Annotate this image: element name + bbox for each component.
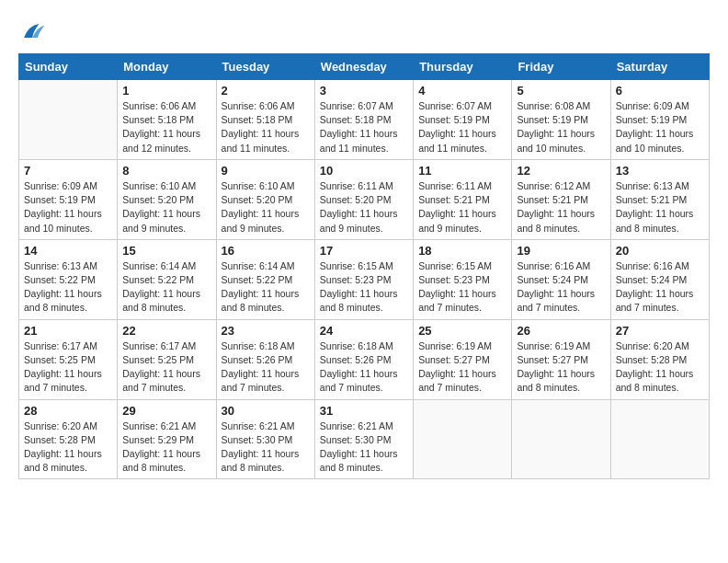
- day-number: 13: [616, 164, 704, 178]
- day-info: Sunrise: 6:13 AMSunset: 5:21 PMDaylight:…: [616, 179, 704, 236]
- calendar-header-row: SundayMondayTuesdayWednesdayThursdayFrid…: [19, 54, 710, 80]
- calendar-cell: 25Sunrise: 6:19 AMSunset: 5:27 PMDayligh…: [414, 319, 512, 399]
- day-info: Sunrise: 6:15 AMSunset: 5:23 PMDaylight:…: [418, 259, 506, 316]
- calendar-cell: 10Sunrise: 6:11 AMSunset: 5:20 PMDayligh…: [314, 159, 413, 239]
- logo-bird-icon: [18, 18, 46, 46]
- calendar-cell: 2Sunrise: 6:06 AMSunset: 5:18 PMDaylight…: [216, 80, 314, 160]
- calendar-cell: 31Sunrise: 6:21 AMSunset: 5:30 PMDayligh…: [314, 399, 413, 479]
- day-number: 2: [222, 84, 310, 98]
- day-info: Sunrise: 6:13 AMSunset: 5:22 PMDaylight:…: [24, 259, 112, 316]
- day-info: Sunrise: 6:21 AMSunset: 5:30 PMDaylight:…: [222, 419, 310, 476]
- day-info: Sunrise: 6:06 AMSunset: 5:18 PMDaylight:…: [122, 99, 210, 155]
- day-info: Sunrise: 6:19 AMSunset: 5:27 PMDaylight:…: [517, 339, 605, 396]
- calendar-cell: [610, 399, 709, 479]
- day-info: Sunrise: 6:14 AMSunset: 5:22 PMDaylight:…: [222, 259, 310, 316]
- day-number: 28: [24, 404, 112, 418]
- calendar-cell: 8Sunrise: 6:10 AMSunset: 5:20 PMDaylight…: [118, 159, 216, 239]
- calendar-cell: 12Sunrise: 6:12 AMSunset: 5:21 PMDayligh…: [512, 159, 610, 239]
- calendar-cell: 30Sunrise: 6:21 AMSunset: 5:30 PMDayligh…: [216, 399, 314, 479]
- day-number: 30: [222, 404, 310, 418]
- calendar-cell: 27Sunrise: 6:20 AMSunset: 5:28 PMDayligh…: [610, 319, 709, 399]
- day-number: 20: [616, 244, 704, 258]
- calendar-table: SundayMondayTuesdayWednesdayThursdayFrid…: [18, 53, 710, 479]
- day-number: 5: [517, 84, 605, 98]
- day-number: 21: [24, 324, 112, 338]
- day-number: 15: [122, 244, 210, 258]
- day-info: Sunrise: 6:20 AMSunset: 5:28 PMDaylight:…: [616, 339, 704, 396]
- calendar-cell: 16Sunrise: 6:14 AMSunset: 5:22 PMDayligh…: [216, 239, 314, 319]
- day-number: 29: [122, 404, 210, 418]
- day-number: 7: [24, 164, 112, 178]
- calendar-week-row: 1Sunrise: 6:06 AMSunset: 5:18 PMDaylight…: [19, 80, 710, 160]
- day-number: 26: [517, 324, 605, 338]
- day-number: 4: [418, 84, 506, 98]
- logo: [18, 18, 50, 46]
- day-info: Sunrise: 6:21 AMSunset: 5:30 PMDaylight:…: [320, 419, 408, 476]
- day-number: 16: [222, 244, 310, 258]
- day-info: Sunrise: 6:07 AMSunset: 5:19 PMDaylight:…: [418, 99, 506, 155]
- day-number: 25: [418, 324, 506, 338]
- day-info: Sunrise: 6:15 AMSunset: 5:23 PMDaylight:…: [320, 259, 408, 316]
- weekday-header-tuesday: Tuesday: [216, 54, 314, 80]
- calendar-cell: 14Sunrise: 6:13 AMSunset: 5:22 PMDayligh…: [19, 239, 118, 319]
- day-info: Sunrise: 6:20 AMSunset: 5:28 PMDaylight:…: [24, 419, 112, 476]
- day-number: 12: [517, 164, 605, 178]
- calendar-week-row: 28Sunrise: 6:20 AMSunset: 5:28 PMDayligh…: [19, 399, 710, 479]
- day-number: 10: [320, 164, 408, 178]
- day-info: Sunrise: 6:10 AMSunset: 5:20 PMDaylight:…: [222, 179, 310, 236]
- calendar-cell: [414, 399, 512, 479]
- day-info: Sunrise: 6:21 AMSunset: 5:29 PMDaylight:…: [122, 419, 210, 476]
- calendar-cell: 24Sunrise: 6:18 AMSunset: 5:26 PMDayligh…: [314, 319, 413, 399]
- weekday-header-saturday: Saturday: [610, 54, 709, 80]
- calendar-cell: 5Sunrise: 6:08 AMSunset: 5:19 PMDaylight…: [512, 80, 610, 160]
- calendar-cell: 7Sunrise: 6:09 AMSunset: 5:19 PMDaylight…: [19, 159, 118, 239]
- calendar-cell: 11Sunrise: 6:11 AMSunset: 5:21 PMDayligh…: [414, 159, 512, 239]
- day-info: Sunrise: 6:18 AMSunset: 5:26 PMDaylight:…: [320, 339, 408, 396]
- day-number: 8: [122, 164, 210, 178]
- day-info: Sunrise: 6:10 AMSunset: 5:20 PMDaylight:…: [122, 179, 210, 236]
- day-info: Sunrise: 6:16 AMSunset: 5:24 PMDaylight:…: [616, 259, 704, 316]
- day-info: Sunrise: 6:08 AMSunset: 5:19 PMDaylight:…: [517, 99, 605, 155]
- day-number: 23: [222, 324, 310, 338]
- weekday-header-thursday: Thursday: [414, 54, 512, 80]
- calendar-cell: [19, 80, 118, 160]
- day-info: Sunrise: 6:06 AMSunset: 5:18 PMDaylight:…: [222, 99, 310, 155]
- day-info: Sunrise: 6:17 AMSunset: 5:25 PMDaylight:…: [24, 339, 112, 396]
- weekday-header-friday: Friday: [512, 54, 610, 80]
- calendar-week-row: 14Sunrise: 6:13 AMSunset: 5:22 PMDayligh…: [19, 239, 710, 319]
- day-info: Sunrise: 6:18 AMSunset: 5:26 PMDaylight:…: [222, 339, 310, 396]
- calendar-cell: 28Sunrise: 6:20 AMSunset: 5:28 PMDayligh…: [19, 399, 118, 479]
- day-number: 6: [616, 84, 704, 98]
- day-info: Sunrise: 6:09 AMSunset: 5:19 PMDaylight:…: [24, 179, 112, 236]
- day-number: 19: [517, 244, 605, 258]
- calendar-cell: 9Sunrise: 6:10 AMSunset: 5:20 PMDaylight…: [216, 159, 314, 239]
- day-info: Sunrise: 6:09 AMSunset: 5:19 PMDaylight:…: [616, 99, 704, 155]
- day-number: 11: [418, 164, 506, 178]
- calendar-cell: 21Sunrise: 6:17 AMSunset: 5:25 PMDayligh…: [19, 319, 118, 399]
- day-number: 24: [320, 324, 408, 338]
- calendar-cell: 29Sunrise: 6:21 AMSunset: 5:29 PMDayligh…: [118, 399, 216, 479]
- calendar-cell: 3Sunrise: 6:07 AMSunset: 5:18 PMDaylight…: [314, 80, 413, 160]
- day-info: Sunrise: 6:07 AMSunset: 5:18 PMDaylight:…: [320, 99, 408, 155]
- calendar-cell: 17Sunrise: 6:15 AMSunset: 5:23 PMDayligh…: [314, 239, 413, 319]
- calendar-cell: 20Sunrise: 6:16 AMSunset: 5:24 PMDayligh…: [610, 239, 709, 319]
- calendar-cell: 15Sunrise: 6:14 AMSunset: 5:22 PMDayligh…: [118, 239, 216, 319]
- calendar-week-row: 7Sunrise: 6:09 AMSunset: 5:19 PMDaylight…: [19, 159, 710, 239]
- calendar-cell: 19Sunrise: 6:16 AMSunset: 5:24 PMDayligh…: [512, 239, 610, 319]
- calendar-cell: 4Sunrise: 6:07 AMSunset: 5:19 PMDaylight…: [414, 80, 512, 160]
- calendar-cell: 18Sunrise: 6:15 AMSunset: 5:23 PMDayligh…: [414, 239, 512, 319]
- calendar-week-row: 21Sunrise: 6:17 AMSunset: 5:25 PMDayligh…: [19, 319, 710, 399]
- weekday-header-wednesday: Wednesday: [314, 54, 413, 80]
- day-info: Sunrise: 6:14 AMSunset: 5:22 PMDaylight:…: [122, 259, 210, 316]
- day-info: Sunrise: 6:19 AMSunset: 5:27 PMDaylight:…: [418, 339, 506, 396]
- day-number: 9: [222, 164, 310, 178]
- day-number: 27: [616, 324, 704, 338]
- day-info: Sunrise: 6:16 AMSunset: 5:24 PMDaylight:…: [517, 259, 605, 316]
- day-info: Sunrise: 6:11 AMSunset: 5:20 PMDaylight:…: [320, 179, 408, 236]
- calendar-cell: 23Sunrise: 6:18 AMSunset: 5:26 PMDayligh…: [216, 319, 314, 399]
- calendar-cell: [512, 399, 610, 479]
- weekday-header-sunday: Sunday: [19, 54, 118, 80]
- day-number: 31: [320, 404, 408, 418]
- calendar-cell: 22Sunrise: 6:17 AMSunset: 5:25 PMDayligh…: [118, 319, 216, 399]
- day-number: 3: [320, 84, 408, 98]
